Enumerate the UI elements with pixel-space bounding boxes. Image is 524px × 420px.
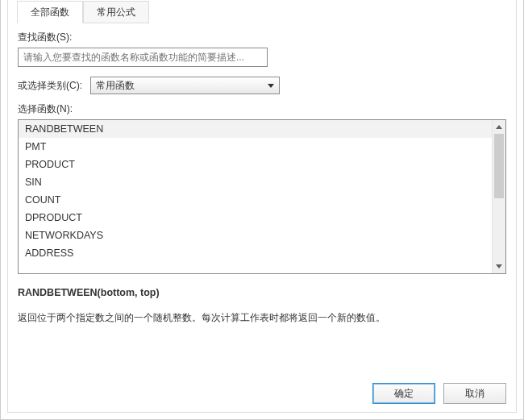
triangle-up-icon [496,125,502,129]
function-list-items: RANDBETWEEN PMT PRODUCT SIN COUNT DPRODU… [19,120,492,273]
button-row: 确定 取消 [18,375,506,404]
scroll-thumb[interactable] [494,134,504,198]
function-description: RANDBETWEEN(bottom, top) 返回位于两个指定数之间的一个随… [18,287,506,327]
category-row: 或选择类别(C): 常用函数 [18,77,506,94]
tab-bar: 全部函数 常用公式 [17,0,506,23]
ok-button[interactable]: 确定 [372,383,435,404]
triangle-down-icon [496,264,502,268]
category-select[interactable]: 常用函数 [90,77,280,94]
list-item[interactable]: PRODUCT [19,156,492,173]
category-selected: 常用函数 [96,79,135,93]
search-input[interactable] [18,48,268,67]
scrollbar[interactable] [492,120,505,273]
list-item[interactable]: SIN [19,173,492,191]
select-function-label: 选择函数(N): [18,102,506,116]
function-syntax: RANDBETWEEN(bottom, top) [18,287,506,298]
cancel-button[interactable]: 取消 [443,383,506,404]
list-item[interactable]: COUNT [19,191,492,209]
insert-function-dialog: 全部函数 常用公式 查找函数(S): 或选择类别(C): 常用函数 选择函数(N… [0,0,524,420]
scroll-up-button[interactable] [493,120,505,134]
dialog-inner: 全部函数 常用公式 查找函数(S): 或选择类别(C): 常用函数 选择函数(N… [7,0,517,413]
list-item[interactable]: ADDRESS [19,244,492,262]
category-label: 或选择类别(C): [18,79,82,93]
function-listbox[interactable]: RANDBETWEEN PMT PRODUCT SIN COUNT DPRODU… [18,119,506,274]
search-label: 查找函数(S): [18,31,506,44]
chevron-down-icon [268,84,274,88]
list-item[interactable]: PMT [19,138,492,156]
function-description-text: 返回位于两个指定数之间的一个随机整数。每次计算工作表时都将返回一个新的数值。 [18,310,506,327]
tab-all-functions[interactable]: 全部函数 [17,1,83,23]
scroll-down-button[interactable] [493,260,505,273]
tab-common-formulas[interactable]: 常用公式 [83,1,149,23]
list-item[interactable]: NETWORKDAYS [19,227,492,244]
list-item[interactable]: RANDBETWEEN [19,120,492,138]
list-item[interactable]: DPRODUCT [19,209,492,227]
